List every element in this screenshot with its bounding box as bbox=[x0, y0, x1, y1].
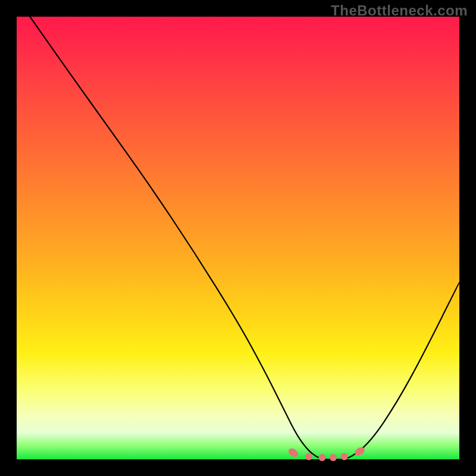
chart-frame: TheBottleneck.com bbox=[0, 0, 476, 476]
valley-dot bbox=[341, 453, 348, 461]
valley-dot bbox=[305, 453, 312, 461]
valley-dot bbox=[287, 447, 300, 459]
valley-dot bbox=[330, 454, 337, 461]
watermark-text: TheBottleneck.com bbox=[331, 2, 468, 19]
curve-overlay bbox=[17, 17, 459, 459]
valley-dot bbox=[318, 454, 325, 461]
bottleneck-curve bbox=[30, 17, 459, 459]
